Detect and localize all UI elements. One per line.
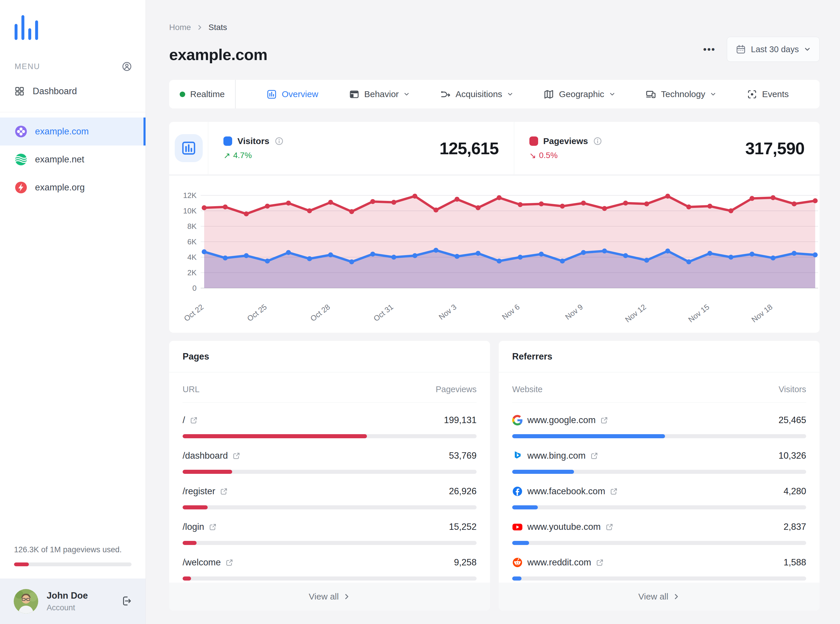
page-link[interactable]: /login — [183, 522, 217, 532]
behavior-window-icon — [349, 89, 359, 99]
page-bar — [183, 470, 476, 474]
referrer-link[interactable]: www.reddit.com — [512, 557, 604, 568]
pageviews-value: 317,590 — [745, 139, 804, 158]
page-title: example.com — [169, 45, 268, 63]
menu-heading: MENU — [15, 62, 40, 71]
chevron-down-icon — [404, 91, 410, 97]
pageviews-legend-swatch — [529, 136, 538, 146]
calendar-icon — [736, 44, 746, 54]
page-link[interactable]: / — [183, 415, 198, 425]
page-link[interactable]: /register — [183, 486, 228, 497]
bar-chart-logo-icon — [15, 15, 39, 41]
external-link-icon — [605, 523, 613, 531]
breadcrumb-home-link[interactable]: Home — [169, 23, 191, 32]
referrer-row: www.google.com25,465 — [512, 415, 806, 438]
page-value: 15,252 — [449, 522, 476, 532]
account-footer[interactable]: John Doe Account — [0, 579, 145, 624]
app-logo[interactable] — [0, 0, 145, 42]
visitors-label: Visitors — [237, 136, 269, 146]
referrer-link[interactable]: www.google.com — [512, 415, 608, 425]
tab-realtime[interactable]: Realtime — [169, 80, 236, 108]
logout-icon — [121, 595, 132, 607]
site-label: example.org — [35, 182, 85, 193]
visitors-stat: Visitors ↗ 4.7% 125,615 — [208, 122, 514, 175]
page-row: /login15,252 — [183, 522, 476, 545]
referrer-link[interactable]: www.facebook.com — [512, 486, 618, 497]
overview-chart-icon — [266, 89, 277, 99]
pages-col-pageviews: Pageviews — [436, 385, 476, 394]
external-link-icon — [590, 452, 598, 460]
referrer-bar — [512, 434, 806, 438]
sidebar-item-example-net[interactable]: example.net — [0, 145, 145, 173]
referrer-bar — [512, 576, 806, 581]
referrers-view-all-button[interactable]: View all — [499, 582, 820, 610]
google-favicon-icon — [512, 415, 523, 425]
bing-favicon-icon — [512, 451, 523, 461]
sidebar-item-example-org[interactable]: example.org — [0, 173, 145, 201]
pageviews-change: ↘ 0.5% — [529, 151, 602, 161]
traffic-chart-card: 02K4K6K8K10K12KOct 22Oct 25Oct 28Oct 31N… — [169, 175, 820, 333]
info-icon[interactable] — [593, 137, 602, 145]
sidebar-item-label: Dashboard — [32, 86, 77, 97]
site-label: example.net — [35, 154, 84, 165]
external-link-icon — [220, 488, 228, 496]
geographic-map-icon — [544, 89, 554, 99]
page-bar — [183, 434, 476, 438]
page-bar — [183, 541, 476, 545]
referrers-col-visitors: Visitors — [778, 385, 806, 394]
section-tabs: Realtime Overview — [169, 80, 820, 108]
referrers-col-website: Website — [512, 385, 543, 394]
date-range-button[interactable]: Last 30 days — [727, 37, 820, 62]
visitors-change: ↗ 4.7% — [223, 151, 283, 161]
referrer-value: 2,837 — [783, 522, 806, 532]
grid-icon — [15, 86, 25, 96]
sidebar-item-dashboard[interactable]: Dashboard — [0, 79, 145, 104]
trend-up-icon: ↗ — [223, 151, 230, 161]
logout-button[interactable] — [121, 595, 132, 608]
tab-overview[interactable]: Overview — [266, 89, 318, 99]
svg-text:10K: 10K — [183, 207, 197, 215]
main-content: Home Stats example.com ••• Last 3 — [146, 0, 840, 624]
youtube-favicon-icon — [512, 522, 523, 532]
page-link[interactable]: /dashboard — [183, 451, 240, 461]
sidebar: MENU Dashboard example.com — [0, 0, 146, 624]
sidebar-item-example-com[interactable]: example.com — [0, 117, 145, 145]
external-link-icon — [190, 416, 198, 424]
page-link[interactable]: /welcome — [183, 557, 234, 568]
referrers-panel: Referrers Website Visitors www.google.co… — [499, 341, 820, 610]
tab-geographic[interactable]: Geographic — [544, 89, 615, 99]
tab-events[interactable]: Events — [747, 89, 789, 99]
sidebar-divider — [0, 112, 145, 112]
user-circle-icon[interactable] — [122, 61, 132, 72]
referrer-bar — [512, 505, 806, 510]
site-favicon-waves-icon — [15, 153, 28, 166]
overflow-menu-button[interactable]: ••• — [703, 44, 716, 55]
pages-panel-title: Pages — [169, 341, 490, 372]
pages-panel: Pages URL Pageviews /199,131/dashboard53… — [169, 341, 490, 610]
chevron-down-icon — [804, 46, 811, 53]
svg-text:Nov 18: Nov 18 — [750, 303, 774, 324]
tab-behavior[interactable]: Behavior — [349, 89, 410, 99]
pages-view-all-button[interactable]: View all — [169, 582, 490, 610]
tab-acquisitions[interactable]: Acquisitions — [441, 89, 513, 99]
referrer-link[interactable]: www.youtube.com — [512, 522, 613, 532]
info-icon[interactable] — [275, 137, 283, 145]
usage-progress-bar — [14, 562, 131, 566]
svg-text:0: 0 — [192, 284, 196, 292]
svg-text:4K: 4K — [187, 253, 196, 261]
referrer-link[interactable]: www.bing.com — [512, 451, 598, 461]
events-scan-icon — [747, 89, 757, 99]
page-value: 53,769 — [449, 451, 476, 461]
referrer-row: www.facebook.com4,280 — [512, 486, 806, 510]
svg-text:Nov 15: Nov 15 — [687, 303, 711, 324]
referrer-value: 1,588 — [783, 557, 806, 568]
referrer-value: 25,465 — [778, 415, 806, 425]
page-bar — [183, 576, 476, 581]
app-root: MENU Dashboard example.com — [0, 0, 840, 624]
external-link-icon — [610, 488, 618, 496]
page-value: 199,131 — [444, 415, 476, 425]
chevron-down-icon — [710, 91, 716, 97]
pages-col-url: URL — [183, 385, 200, 394]
tab-technology[interactable]: Technology — [646, 89, 716, 99]
usage-text: 126.3K of 1M pageviews used. — [14, 545, 131, 554]
